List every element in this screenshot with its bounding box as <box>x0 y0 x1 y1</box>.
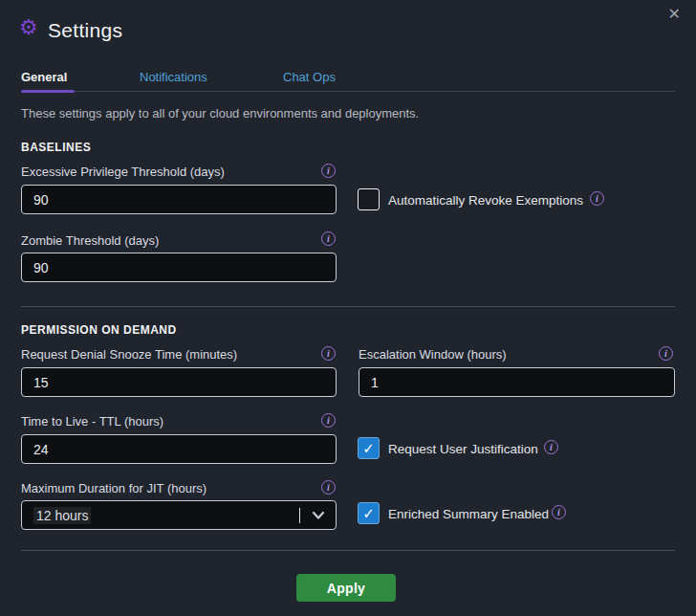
section-divider <box>21 306 675 307</box>
snooze-time-label: Request Denial Snooze Time (minutes) <box>21 347 237 362</box>
info-icon[interactable]: i <box>552 505 566 519</box>
close-icon[interactable]: ✕ <box>664 3 685 25</box>
enriched-summary-checkbox[interactable] <box>358 502 380 524</box>
auto-revoke-checkbox[interactable] <box>358 188 380 210</box>
ttl-input[interactable] <box>21 434 337 464</box>
footer-divider <box>21 550 675 551</box>
escalation-window-label: Escalation Window (hours) <box>359 347 507 362</box>
snooze-time-input[interactable] <box>21 367 337 397</box>
ttl-label: Time to Live - TTL (hours) <box>21 414 163 429</box>
max-jit-duration-label: Maximum Duration for JIT (hours) <box>21 481 207 495</box>
zombie-threshold-input[interactable] <box>21 253 337 282</box>
tab-general[interactable]: General <box>21 70 67 84</box>
apply-button[interactable]: Apply <box>296 574 396 602</box>
active-tab-underline <box>21 90 75 93</box>
escalation-window-input[interactable] <box>359 367 675 397</box>
info-icon[interactable]: i <box>590 191 604 206</box>
info-icon[interactable]: i <box>544 440 558 454</box>
info-icon[interactable]: i <box>321 346 336 361</box>
info-icon[interactable]: i <box>321 231 336 246</box>
settings-dialog: ⚙ Settings ✕ General Notifications Chat … <box>0 0 696 616</box>
excessive-privilege-input[interactable] <box>21 185 337 214</box>
tab-chat-ops-label: Chat Ops <box>283 70 336 84</box>
chevron-down-icon[interactable] <box>312 511 325 520</box>
max-jit-duration-select[interactable]: 12 hours <box>21 500 337 530</box>
zombie-threshold-label: Zombie Threshold (days) <box>21 233 159 248</box>
enriched-summary-label: Enriched Summary Enabled <box>388 507 549 521</box>
permission-on-demand-heading: PERMISSION ON DEMAND <box>21 323 177 337</box>
gear-icon: ⚙ <box>19 17 38 38</box>
dialog-title: Settings <box>48 19 122 42</box>
text-cursor <box>299 508 301 523</box>
tab-chat-ops[interactable]: Chat Ops <box>283 70 336 84</box>
tab-general-label: General <box>21 70 67 84</box>
max-jit-duration-value: 12 hours <box>33 507 91 524</box>
info-icon[interactable]: i <box>659 346 673 361</box>
request-justification-checkbox[interactable] <box>358 437 380 459</box>
settings-description: These settings apply to all of your clou… <box>21 106 419 121</box>
tab-notifications-label: Notifications <box>140 70 207 84</box>
tab-notifications[interactable]: Notifications <box>140 70 207 84</box>
info-icon[interactable]: i <box>321 164 336 178</box>
info-icon[interactable]: i <box>321 413 336 428</box>
tab-bar: General Notifications Chat Ops <box>21 70 675 92</box>
baselines-heading: BASELINES <box>21 141 91 154</box>
request-justification-label: Request User Justification <box>388 442 538 456</box>
auto-revoke-label: Automatically Revoke Exemptions <box>388 193 583 208</box>
info-icon[interactable]: i <box>321 480 336 495</box>
excessive-privilege-label: Excessive Privilege Threshold (days) <box>21 165 225 179</box>
